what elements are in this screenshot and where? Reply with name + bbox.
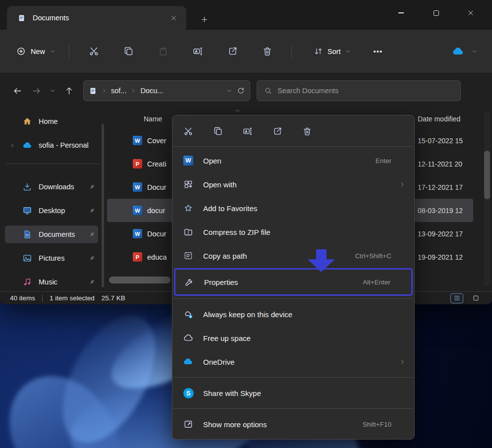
up-button[interactable] [59,82,78,100]
rename-icon [193,46,203,56]
file-name: Cover [147,137,166,145]
search-box[interactable] [257,80,461,101]
menu-item-open[interactable]: W Open Enter [172,149,414,172]
rename-button[interactable] [187,42,209,61]
menu-item-always-keep-on-device[interactable]: Always keep on this device [172,302,414,326]
search-input[interactable] [277,87,453,95]
desktop-icon [22,205,33,216]
sidebar-item-label: Music [39,278,83,286]
new-tab-button[interactable] [195,12,213,27]
share-button[interactable] [267,121,288,141]
sidebar-item-home[interactable]: Home [5,112,98,130]
menu-item-free-up-space[interactable]: Free up space [172,326,414,350]
chevron-down-icon [50,88,55,94]
minimize-icon [398,12,404,13]
share-button[interactable] [221,42,243,61]
sidebar-item-label: Pictures [39,254,83,262]
explorer-tab-documents[interactable]: Documents [7,6,186,30]
file-date-modified: 17-12-2021 17 [418,183,463,191]
view-toggles [450,293,482,303]
sidebar-item-label: sofia - Personal [39,141,95,149]
file-date-modified: 15-07-2022 15 [418,137,463,145]
menu-item-open-with[interactable]: Open with [172,172,414,196]
delete-button[interactable] [256,42,278,61]
menu-item-compress-to-zip[interactable]: Compress to ZIP file [172,220,414,244]
copy-icon [123,46,134,56]
back-button[interactable] [8,82,27,100]
breadcrumb-root[interactable]: sof... [111,87,126,95]
refresh-icon[interactable] [237,87,245,95]
paste-button[interactable] [152,42,174,61]
zip-folder-icon [182,226,194,238]
recent-locations-button[interactable] [46,82,59,100]
sort-button[interactable]: Sort [308,42,357,60]
column-header-name[interactable]: Name [144,115,162,123]
expand-chevron-icon[interactable] [8,143,16,148]
menu-item-show-more-options[interactable]: Show more options Shift+F10 [172,412,414,436]
breadcrumb-current[interactable]: Docu... [140,87,163,95]
file-date-modified: 19-09-2021 12 [418,253,463,261]
delete-button[interactable] [296,121,318,141]
sort-button-label: Sort [328,48,341,56]
menu-item-shortcut: Shift+F10 [363,421,391,428]
sidebar-item-label: Home [39,117,95,125]
menu-item-label: Add to Favorites [203,204,405,213]
pictures-icon [22,253,33,264]
arrow-left-icon [13,86,22,96]
cut-button[interactable] [177,121,199,141]
sidebar-item-onedrive-personal[interactable]: sofia - Personal [5,136,98,154]
file-date-modified: 12-11-2021 20 [418,160,462,168]
large-icons-view-icon [472,294,480,302]
address-dropdown-icon[interactable] [226,88,232,94]
details-view-button[interactable] [450,293,463,303]
menu-item-copy-as-path[interactable]: Copy as path Ctrl+Shift+C [172,244,414,268]
address-bar[interactable]: sof... Docu... [83,80,250,101]
copy-button[interactable] [117,42,139,61]
document-tab-icon [16,12,27,23]
new-button-label: New [31,48,45,56]
menu-item-add-to-favorites[interactable]: Add to Favorites [172,196,414,220]
onedrive-icon [22,140,33,151]
rename-button[interactable] [237,121,259,141]
sidebar-item-documents[interactable]: Documents [5,225,98,243]
pin-icon [89,279,95,285]
tab-close-icon[interactable] [166,11,180,25]
menu-item-label: Free up space [203,334,405,342]
sidebar-scrollbar[interactable] [102,124,104,287]
copy-icon [213,126,223,136]
menu-divider [173,408,413,409]
cut-button[interactable] [83,42,105,61]
sidebar-item-desktop[interactable]: Desktop [5,202,98,220]
word-app-icon: W [183,156,193,166]
column-header-date-modified[interactable]: Date modified [418,115,460,123]
sidebar-item-downloads[interactable]: Downloads [5,178,98,196]
forward-button[interactable] [27,82,46,100]
sidebar-item-music[interactable]: Music [5,273,98,291]
new-button[interactable]: New [10,42,62,60]
sidebar-item-pictures[interactable]: Pictures [5,249,98,267]
keep-on-device-icon [182,308,194,320]
menu-item-shortcut: Enter [376,157,391,165]
selection-info: 1 item selected [50,294,95,302]
navigation-bar: sof... Docu... [0,73,492,108]
vertical-scrollbar-thumb[interactable] [484,151,490,199]
toolbar-divider [291,44,292,59]
documents-icon [22,229,33,240]
maximize-button[interactable] [422,0,450,26]
file-name: Docur [147,183,166,191]
share-icon [273,126,282,136]
horizontal-scrollbar-thumb[interactable] [109,277,170,283]
folder-location-icon [89,87,97,95]
menu-item-share-with-skype[interactable]: S Share with Skype [172,381,414,405]
plus-circle-icon [16,47,26,56]
large-icons-view-button[interactable] [469,293,482,303]
menu-item-properties[interactable]: Properties Alt+Enter [173,269,413,295]
menu-divider [173,377,413,378]
minimize-button[interactable] [386,0,415,26]
close-window-button[interactable] [456,0,485,26]
onedrive-status-button[interactable] [447,41,482,62]
file-name: Creati [147,160,166,168]
copy-button[interactable] [207,121,229,141]
see-more-button[interactable]: ••• [368,43,389,59]
menu-item-onedrive[interactable]: OneDrive [172,350,414,374]
